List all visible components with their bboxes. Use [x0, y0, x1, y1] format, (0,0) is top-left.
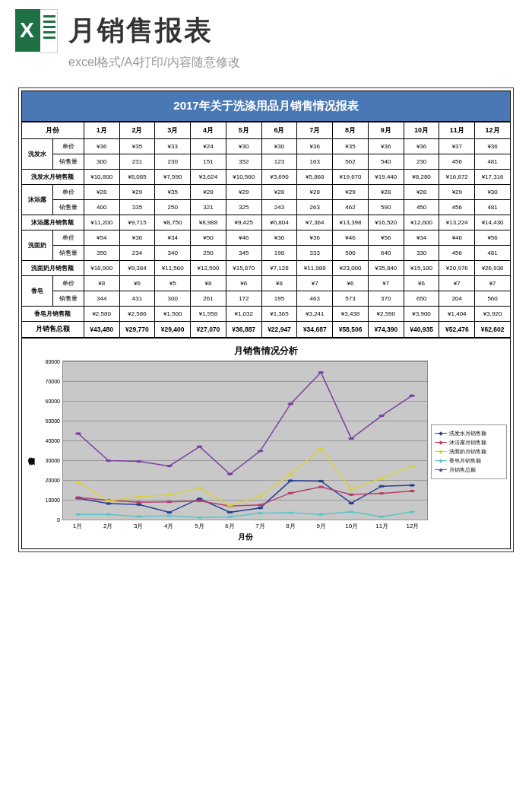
excel-icon: X — [15, 9, 58, 52]
cell: ¥3,920 — [475, 307, 511, 322]
product-name: 香皂 — [22, 276, 53, 307]
svg-point-25 — [106, 500, 112, 502]
svg-point-14 — [136, 501, 142, 504]
cell: ¥46 — [333, 230, 369, 246]
cell: ¥9,425 — [226, 215, 261, 230]
volume-label: 销售量 — [52, 154, 84, 170]
cell: 463 — [297, 291, 333, 307]
svg-point-20 — [318, 485, 324, 488]
cell: 333 — [297, 246, 333, 261]
cell: 321 — [191, 200, 226, 215]
cell: 335 — [119, 200, 155, 215]
svg-point-11 — [409, 484, 415, 486]
cell: ¥9,384 — [119, 261, 155, 276]
svg-point-51 — [166, 465, 173, 467]
cell: ¥10,800 — [84, 170, 119, 185]
cell: ¥7,590 — [155, 170, 191, 185]
product-name: 沐浴露 — [22, 185, 53, 215]
report-title: 2017年关于洗涤用品月销售情况报表 — [21, 91, 511, 122]
cell: ¥6 — [404, 276, 439, 291]
svg-point-58 — [378, 415, 385, 417]
revenue-label: 洗发水月销售额 — [22, 170, 84, 185]
svg-point-29 — [227, 504, 233, 507]
cell: ¥29 — [333, 185, 369, 200]
svg-point-47 — [409, 510, 415, 513]
cell: ¥13,224 — [439, 215, 475, 230]
svg-point-5 — [227, 511, 233, 513]
cell: ¥34 — [155, 230, 191, 246]
svg-point-2 — [136, 504, 142, 506]
cell: ¥19,440 — [368, 170, 404, 185]
cell: ¥1,032 — [226, 307, 261, 322]
cell: 456 — [439, 200, 475, 215]
total-cell: ¥27,070 — [191, 322, 226, 338]
legend-item: 香皂月销售额 — [435, 457, 503, 465]
cell: 243 — [261, 200, 297, 215]
y-tick: 50000 — [46, 418, 60, 424]
x-tick: 7月 — [245, 522, 275, 530]
cell: ¥3,241 — [297, 307, 333, 322]
product-name: 洗面奶 — [22, 230, 53, 261]
month-col: 4月 — [191, 122, 226, 139]
cell: ¥7 — [439, 276, 475, 291]
cell: ¥30 — [226, 139, 261, 154]
x-tick: 8月 — [276, 522, 306, 530]
month-col: 1月 — [84, 122, 119, 139]
volume-label: 销售量 — [52, 246, 84, 261]
cell: 263 — [297, 200, 333, 215]
cell: ¥12,600 — [404, 215, 439, 230]
y-tick: 30000 — [46, 458, 60, 463]
cell: ¥17,316 — [475, 170, 511, 185]
cell: ¥8 — [84, 276, 119, 291]
price-label: 单价 — [52, 276, 84, 291]
cell: ¥3,900 — [404, 307, 439, 322]
cell: 481 — [475, 154, 511, 170]
cell: 462 — [333, 200, 369, 215]
cell: ¥6 — [226, 276, 261, 291]
svg-point-15 — [166, 501, 173, 503]
svg-point-43 — [288, 511, 294, 513]
cell: 250 — [155, 200, 191, 215]
price-label: 单价 — [52, 139, 84, 154]
cell: ¥29 — [226, 185, 261, 200]
cell: 234 — [119, 246, 155, 261]
cell: 261 — [191, 291, 226, 307]
cell: ¥7 — [475, 276, 511, 291]
cell: ¥5 — [155, 276, 191, 291]
y-tick: 10000 — [46, 497, 60, 503]
cell: ¥1,365 — [261, 307, 297, 322]
cell: ¥11,988 — [297, 261, 333, 276]
cell: ¥2,586 — [119, 307, 155, 322]
legend-label: 洗发水月销售额 — [449, 430, 486, 437]
month-col: 11月 — [439, 122, 475, 139]
x-tick: 1月 — [62, 522, 93, 530]
svg-point-8 — [318, 480, 324, 482]
svg-point-24 — [75, 481, 81, 483]
chart-title: 月销售情况分析 — [25, 345, 507, 358]
cell: ¥28 — [297, 185, 333, 200]
cell: ¥36 — [297, 139, 333, 154]
cell: ¥3,438 — [333, 307, 369, 322]
legend-label: 沐浴露月销售额 — [449, 439, 486, 447]
x-axis-label: 月份 — [62, 532, 428, 542]
svg-point-18 — [258, 504, 264, 506]
cell: ¥3,624 — [191, 170, 226, 185]
cell: ¥13,398 — [333, 215, 369, 230]
cell: ¥36 — [368, 139, 404, 154]
svg-point-37 — [106, 513, 112, 516]
cell: ¥36 — [297, 230, 333, 246]
cell: ¥36 — [84, 139, 119, 154]
cell: ¥56 — [368, 230, 404, 246]
cell: 370 — [368, 291, 404, 307]
svg-point-42 — [258, 512, 264, 514]
sales-table: 月份1月2月3月4月5月6月7月8月9月10月11月12月 洗发水 单价 ¥36… — [21, 122, 511, 338]
cell: ¥10,560 — [226, 170, 261, 185]
cell: ¥5,868 — [297, 170, 333, 185]
cell: 481 — [475, 246, 511, 261]
y-tick: 20000 — [46, 478, 60, 483]
cell: ¥24 — [191, 139, 226, 154]
cell: ¥28 — [368, 185, 404, 200]
cell: ¥2,590 — [368, 307, 404, 322]
cell: ¥54 — [84, 230, 119, 246]
x-tick: 5月 — [184, 522, 214, 530]
